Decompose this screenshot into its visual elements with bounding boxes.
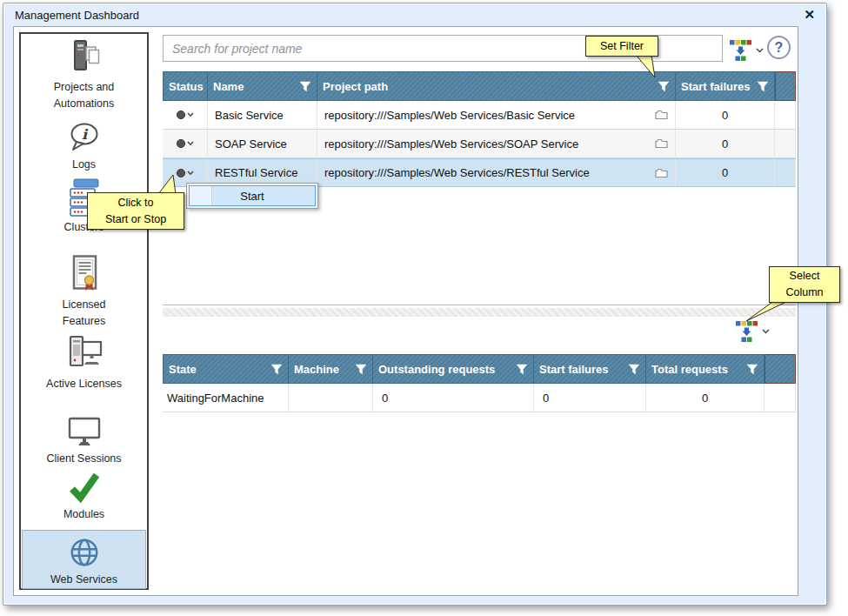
projects-icon [67, 40, 102, 77]
sidebar-item-modules[interactable]: Modules [22, 471, 146, 523]
status-circle-chevron-icon [176, 168, 195, 178]
chevron-down-icon [756, 48, 764, 53]
filter-icon[interactable] [746, 364, 758, 375]
licensed-features-icon [67, 255, 102, 294]
filter-icon[interactable] [757, 81, 769, 92]
filter-icon[interactable] [270, 364, 283, 375]
filter-icon[interactable] [355, 364, 367, 375]
filter-icon[interactable] [299, 81, 311, 92]
logs-icon: i [67, 121, 102, 154]
table-row-start-failures: 0 [676, 130, 775, 158]
filter-icon[interactable] [658, 81, 670, 92]
column-header-machine[interactable]: Machine [289, 354, 373, 384]
sidebar-item-active-licenses[interactable]: Active Licenses [22, 335, 146, 392]
column-header-state[interactable]: State [163, 354, 289, 384]
page: Management Dashboard ✕ Projects and Auto… [0, 0, 848, 616]
table-divider [163, 305, 796, 305]
column-chooser-button-2[interactable] [735, 319, 770, 343]
column-chooser-icon [735, 319, 758, 343]
sidebar-item-label: Client Sessions [46, 451, 121, 467]
column-chooser-icon [729, 38, 752, 62]
column-header-project-path[interactable]: Project path [317, 71, 676, 101]
sidebar-item-label: Web Services [50, 572, 117, 588]
table-row-total-requests: 0 [646, 384, 765, 412]
sidebar-item-label: Licensed Features [62, 297, 105, 330]
services-table: Status Name Project path Start failures [163, 71, 796, 187]
table-row-name[interactable]: SOAP Service [208, 130, 317, 158]
sidebar-item-label: Modules [63, 506, 104, 523]
folder-icon[interactable] [655, 168, 668, 178]
modules-icon [66, 471, 103, 504]
table-row-extra [775, 158, 796, 187]
column-header-outstanding-requests[interactable]: Outstanding requests [373, 354, 534, 384]
window-content: Projects and Automations i Logs [13, 26, 798, 596]
context-menu-item-start[interactable]: Start [189, 185, 316, 206]
table-row-state: WaitingForMachine [163, 384, 289, 412]
column-header-start-failures[interactable]: Start failures [676, 71, 775, 101]
table-row-extra [775, 101, 796, 130]
status-toggle[interactable] [163, 101, 208, 130]
column-header-status[interactable]: Status [163, 71, 208, 101]
filter-icon[interactable] [516, 364, 528, 375]
table-row-outstanding-requests: 0 [373, 384, 534, 412]
group-panel-band [163, 308, 796, 317]
callout-click-to-start-or-stop: Click to Start or Stop [87, 192, 184, 230]
table-row-name[interactable]: Basic Service [208, 101, 317, 130]
callout-set-filter: Set Filter [585, 36, 658, 57]
column-chooser-button[interactable] [729, 38, 764, 62]
active-licenses-icon [65, 335, 103, 373]
menu-icon-gutter [190, 186, 212, 205]
chevron-down-icon [762, 329, 770, 334]
table-row-path[interactable]: repository:///Samples/Web Services/Basic… [317, 101, 676, 130]
management-dashboard-window: Management Dashboard ✕ Projects and Auto… [3, 3, 827, 606]
folder-icon[interactable] [655, 138, 668, 149]
table-row-path[interactable]: repository:///Samples/Web Services/SOAP … [317, 130, 676, 158]
column-header-name[interactable]: Name [208, 71, 317, 101]
table-row-path[interactable]: repository:///Samples/Web Services/RESTf… [317, 158, 676, 187]
sidebar-item-label: Logs [72, 157, 96, 173]
callout-select-column: Select Column [769, 266, 840, 303]
title-bar: Management Dashboard ✕ [3, 3, 826, 26]
sidebar-item-web-services[interactable]: Web Services [22, 530, 146, 589]
table-row-extra [775, 130, 796, 158]
table-row-start-failures: 0 [676, 101, 775, 130]
filter-icon[interactable] [628, 364, 640, 375]
close-icon[interactable]: ✕ [804, 7, 815, 23]
help-button[interactable]: ? [767, 36, 791, 59]
sidebar-item-licensed-features[interactable]: Licensed Features [22, 255, 146, 330]
table-row-start-failures: 0 [676, 158, 775, 187]
column-header-extra[interactable] [775, 71, 796, 101]
context-menu: Start [186, 183, 318, 209]
column-header-extra[interactable] [765, 354, 796, 384]
state-table: State Machine Outstanding requests [163, 354, 796, 412]
status-circle-chevron-icon [176, 110, 195, 120]
sidebar-item-projects-and-automations[interactable]: Projects and Automations [22, 40, 146, 112]
sidebar-item-logs[interactable]: i Logs [22, 121, 146, 173]
table-row-start-failures: 0 [534, 384, 646, 412]
web-services-icon [68, 536, 101, 569]
help-label: ? [775, 40, 784, 56]
client-sessions-icon [66, 417, 103, 448]
column-header-total-requests[interactable]: Total requests [646, 354, 765, 384]
sidebar-item-client-sessions[interactable]: Client Sessions [22, 417, 146, 467]
sidebar-item-label: Active Licenses [46, 376, 122, 392]
column-header-start-failures[interactable]: Start failures [534, 354, 646, 384]
status-circle-chevron-icon [176, 138, 195, 149]
table-row-extra [765, 384, 796, 412]
folder-icon[interactable] [655, 110, 668, 120]
sidebar-item-label: Projects and Automations [54, 79, 114, 112]
sidebar: Projects and Automations i Logs [19, 32, 149, 590]
status-toggle[interactable] [163, 130, 208, 158]
table-row-machine [289, 384, 373, 412]
window-title: Management Dashboard [15, 9, 139, 22]
